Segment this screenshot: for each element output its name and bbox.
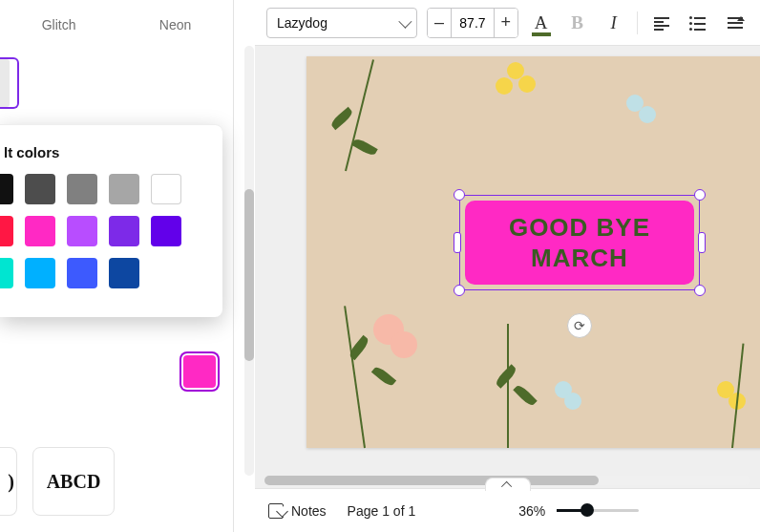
font-family-value: Lazydog [277, 15, 327, 31]
notes-icon [268, 503, 284, 519]
chevron-down-icon [399, 14, 412, 28]
pages-expander[interactable] [485, 478, 531, 491]
color-swatch[interactable] [25, 258, 55, 288]
zoom-slider-knob[interactable] [581, 503, 594, 517]
list-button[interactable] [684, 8, 711, 38]
text-toolbar: Lazydog – + A B I [255, 0, 760, 46]
design-canvas[interactable]: GOOD BYE MARCH ⟳ [306, 56, 760, 448]
shape-preview-edge[interactable]: ) [0, 447, 17, 516]
resize-handle-tr[interactable] [694, 189, 706, 201]
color-swatch[interactable] [151, 216, 181, 246]
spacing-button[interactable] [721, 8, 749, 38]
color-swatch[interactable] [0, 258, 13, 288]
color-swatch[interactable] [109, 258, 139, 288]
font-size-stepper[interactable]: – + [427, 8, 517, 38]
notes-button[interactable]: Notes [268, 503, 327, 519]
resize-handle-tl[interactable] [454, 189, 465, 201]
rotate-handle[interactable]: ⟳ [567, 313, 592, 338]
text-color-button[interactable]: A [528, 8, 555, 38]
current-color-indicator[interactable] [183, 355, 216, 388]
effects-tile-edge[interactable] [0, 59, 10, 107]
effects-tabs: Glitch Neon [0, 0, 233, 38]
color-swatch[interactable] [151, 174, 181, 204]
canvas-area[interactable]: GOOD BYE MARCH ⟳ [255, 46, 760, 488]
toolbar-divider [637, 11, 638, 34]
effects-tab-neon[interactable]: Neon [159, 17, 191, 32]
notes-label: Notes [291, 503, 327, 519]
swatch-row-3 [0, 258, 209, 288]
font-family-select[interactable]: Lazydog [266, 8, 417, 38]
font-size-decrease[interactable]: – [428, 9, 452, 37]
color-swatch[interactable] [67, 258, 97, 288]
color-swatch[interactable] [25, 216, 55, 246]
align-button[interactable] [647, 8, 675, 38]
bold-button[interactable]: B [564, 8, 591, 38]
zoom-slider[interactable] [557, 509, 639, 512]
color-swatch[interactable] [109, 216, 139, 246]
color-swatch[interactable] [67, 174, 97, 204]
footer-bar: Notes Page 1 of 1 36% [255, 488, 760, 532]
bullet-list-icon [689, 14, 706, 32]
selected-text-element[interactable]: GOOD BYE MARCH ⟳ [459, 195, 700, 290]
resize-handle-ml[interactable] [454, 232, 461, 253]
font-size-input[interactable] [452, 9, 494, 37]
page-indicator[interactable]: Page 1 of 1 [348, 503, 416, 519]
text-color-indicator [532, 32, 551, 36]
side-scrollbar-thumb[interactable] [244, 189, 254, 361]
font-size-increase[interactable]: + [494, 9, 517, 37]
shape-preview-card[interactable]: ABCD [32, 447, 115, 516]
side-scrollbar[interactable] [244, 46, 254, 476]
color-popover: lt colors [0, 124, 222, 317]
color-swatch[interactable] [109, 174, 139, 204]
resize-handle-br[interactable] [694, 285, 706, 296]
color-group-label: lt colors [4, 144, 209, 160]
line-spacing-icon [727, 14, 743, 32]
color-swatch[interactable] [67, 216, 97, 246]
chevron-up-icon [500, 480, 511, 491]
canvas-hscrollbar-thumb[interactable] [264, 476, 599, 485]
swatch-row-2 [0, 216, 209, 246]
zoom-value[interactable]: 36% [518, 503, 545, 519]
color-swatch[interactable] [25, 174, 55, 204]
color-swatch[interactable] [0, 174, 13, 204]
resize-handle-bl[interactable] [454, 285, 465, 296]
selection-outline [459, 195, 700, 290]
swatch-row-1 [0, 174, 209, 204]
effects-tab-glitch[interactable]: Glitch [42, 17, 76, 32]
italic-button[interactable]: I [601, 8, 627, 38]
zoom-control: 36% [518, 503, 639, 519]
align-left-icon [653, 14, 669, 32]
resize-handle-mr[interactable] [698, 232, 706, 253]
color-swatch[interactable] [0, 216, 13, 246]
